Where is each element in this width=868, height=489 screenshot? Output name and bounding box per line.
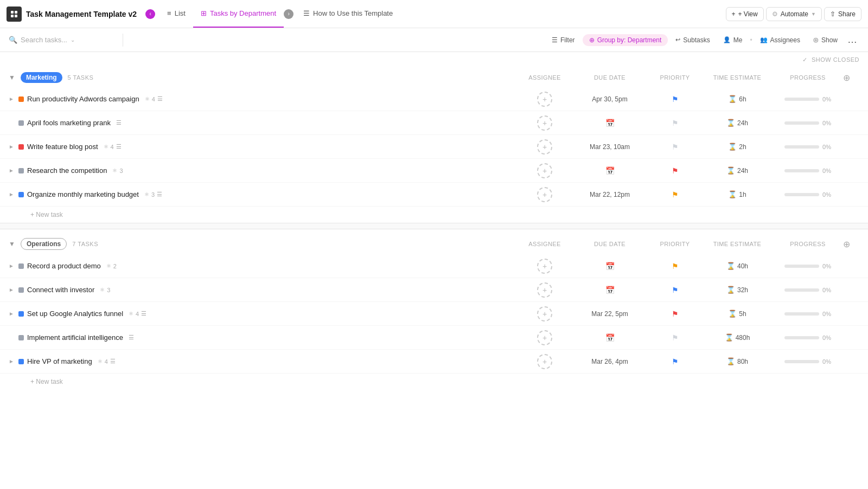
priority-flag[interactable]: ⚑ xyxy=(672,143,679,151)
subtask-count: 4 xyxy=(136,311,139,317)
top-bar: Task Management Template v2 ‹ ≡ List ⊞ T… xyxy=(0,0,868,28)
tab-how-to[interactable]: ☰ How to Use this Template xyxy=(296,0,400,28)
priority-flag[interactable]: ⚑ xyxy=(672,333,679,342)
share-button[interactable]: ⇧ Share xyxy=(824,7,861,21)
task-name[interactable]: Write feature blog post xyxy=(27,143,98,151)
date-cell: 📅 xyxy=(572,333,648,342)
priority-flag[interactable]: ⚑ xyxy=(672,310,679,318)
new-task-marketing[interactable]: + New task xyxy=(0,207,868,223)
progress-bar xyxy=(784,121,819,125)
more-button[interactable]: … xyxy=(845,34,859,46)
task-name[interactable]: Set up Google Analytics funnel xyxy=(27,310,123,318)
assignee-cell: + xyxy=(518,163,572,178)
expand-arrow[interactable]: ► xyxy=(9,96,15,102)
group-by-button[interactable]: ⊕ Group by: Department xyxy=(583,34,668,46)
add-assignee-button[interactable]: + xyxy=(537,354,552,369)
subtask-count: 4 xyxy=(152,96,155,102)
add-assignee-button[interactable]: + xyxy=(537,139,552,155)
progress-bar xyxy=(784,312,819,316)
subtask-icon: ⚛ xyxy=(104,144,108,150)
me-button[interactable]: 👤 Me xyxy=(718,34,748,46)
task-name[interactable]: Organize monthly marketing budget xyxy=(27,190,139,198)
collapse-marketing[interactable]: ▼ xyxy=(9,74,15,81)
add-icon: + xyxy=(542,166,547,175)
show-closed-button[interactable]: ✓ SHOW CLOSED xyxy=(802,56,859,63)
search-area[interactable]: 🔍 Search tasks... ⌄ xyxy=(9,36,117,44)
time-cell: ⌛ 32h xyxy=(702,286,773,294)
task-name-cell: ► Set up Google Analytics funnel ⚛4☰ xyxy=(9,310,518,318)
subtask-count: 4 xyxy=(105,358,108,365)
priority-flag[interactable]: ⚑ xyxy=(672,166,679,175)
assignee-cell: + xyxy=(518,92,572,107)
priority-flag[interactable]: ⚑ xyxy=(672,286,679,294)
task-name[interactable]: April fools marketing prank xyxy=(27,119,111,127)
task-row: ► Set up Google Analytics funnel ⚛4☰ + M… xyxy=(0,302,868,326)
nav-prev[interactable]: ‹ xyxy=(145,9,155,19)
progress-cell: 0% xyxy=(773,263,843,269)
add-icon: + xyxy=(542,190,547,199)
assignees-button[interactable]: 👥 Assignees xyxy=(755,34,806,46)
due-date-text: Mar 22, 12pm xyxy=(590,191,630,198)
task-name-cell: ► Organize monthly marketing budget ⚛3☰ xyxy=(9,190,518,198)
toolbar: 🔍 Search tasks... ⌄ ☰ Filter ⊕ Group by:… xyxy=(0,28,868,52)
new-task-operations[interactable]: + New task xyxy=(0,374,868,390)
time-value: 24h xyxy=(737,119,748,127)
task-name[interactable]: Run productivity Adwords campaign xyxy=(27,95,139,103)
show-button[interactable]: ◎ Show xyxy=(808,34,843,46)
view-button[interactable]: + + View xyxy=(726,7,764,21)
share-label: Share xyxy=(838,10,856,18)
task-meta: ⚛4☰ xyxy=(145,95,163,102)
automate-button[interactable]: ⚙ Automate ▼ xyxy=(766,7,822,21)
collapse-operations[interactable]: ▼ xyxy=(9,240,15,248)
list-icon: ☰ xyxy=(157,95,163,102)
add-assignee-button[interactable]: + xyxy=(537,163,552,178)
date-cell: Apr 30, 5pm xyxy=(572,95,648,103)
tab-list[interactable]: ≡ List xyxy=(159,0,193,28)
add-assignee-button[interactable]: + xyxy=(537,282,552,298)
expand-arrow[interactable]: ► xyxy=(9,358,15,364)
subtasks-button[interactable]: ↩ Subtasks xyxy=(670,34,715,46)
filter-button[interactable]: ☰ Filter xyxy=(546,34,580,46)
me-icon: 👤 xyxy=(723,36,731,43)
priority-flag[interactable]: ⚑ xyxy=(672,357,679,366)
expand-arrow[interactable]: ► xyxy=(9,191,15,197)
task-meta: ⚛3☰ xyxy=(144,191,162,198)
priority-flag[interactable]: ⚑ xyxy=(672,190,679,199)
task-dot xyxy=(18,311,24,317)
group-badge-operations[interactable]: Operations xyxy=(21,238,67,250)
task-name[interactable]: Implement artificial intelligence xyxy=(27,333,123,342)
expand-arrow[interactable]: ► xyxy=(9,168,15,173)
task-meta: ⚛4☰ xyxy=(98,358,116,365)
nav-next[interactable]: › xyxy=(284,9,293,19)
task-name[interactable]: Research the competition xyxy=(27,166,107,175)
priority-flag[interactable]: ⚑ xyxy=(672,119,679,127)
expand-arrow[interactable]: ► xyxy=(9,144,15,150)
assignee-cell: + xyxy=(518,259,572,274)
time-value: 6h xyxy=(739,95,746,103)
add-assignee-button[interactable]: + xyxy=(537,187,552,202)
progress-pct: 0% xyxy=(822,311,831,317)
view-plus-icon: + xyxy=(732,10,736,18)
add-assignee-button[interactable]: + xyxy=(537,306,552,321)
task-name[interactable]: Connect with investor xyxy=(27,286,94,294)
add-icon: + xyxy=(542,286,547,294)
tab-tasks-by-department[interactable]: ⊞ Tasks by Department xyxy=(193,0,284,28)
add-assignee-button[interactable]: + xyxy=(537,92,552,107)
priority-flag[interactable]: ⚑ xyxy=(672,262,679,271)
col-add-operations[interactable]: ⊕ xyxy=(843,239,859,249)
add-assignee-button[interactable]: + xyxy=(537,330,552,345)
group-badge-marketing[interactable]: Marketing xyxy=(21,72,62,83)
time-cell: ⌛ 1h xyxy=(702,190,773,198)
list-icon: ☰ xyxy=(116,143,122,150)
col-add-marketing[interactable]: ⊕ xyxy=(843,73,859,83)
add-assignee-button[interactable]: + xyxy=(537,259,552,274)
date-cell: Mar 23, 10am xyxy=(572,143,648,151)
expand-arrow[interactable]: ► xyxy=(9,287,15,293)
task-name[interactable]: Record a product demo xyxy=(27,262,101,270)
expand-arrow[interactable]: ► xyxy=(9,311,15,317)
priority-flag[interactable]: ⚑ xyxy=(672,95,679,104)
task-name[interactable]: Hire VP of marketing xyxy=(27,357,92,365)
expand-arrow[interactable]: ► xyxy=(9,263,15,269)
add-assignee-button[interactable]: + xyxy=(537,115,552,131)
me-label: Me xyxy=(733,36,743,44)
